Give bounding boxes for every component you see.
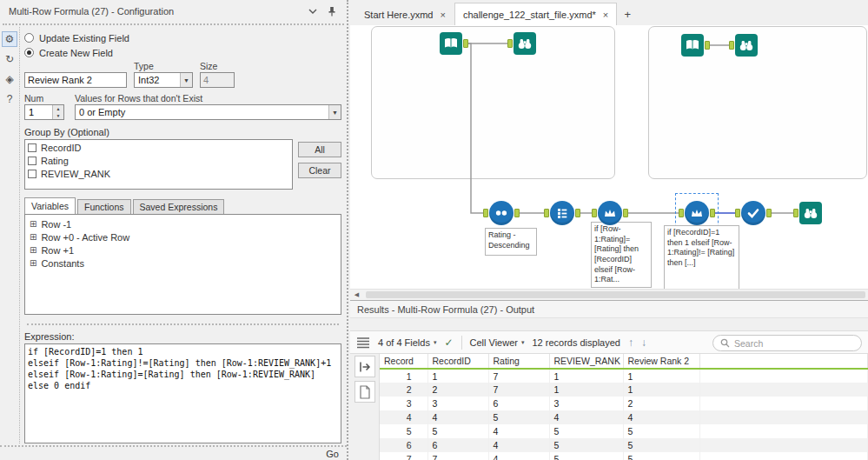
column-header[interactable]: Review Rank 2 bbox=[623, 354, 699, 369]
formula-annotation-2[interactable]: if [RecordID]=1 then 1 elseif [Row-1:Rat… bbox=[664, 225, 739, 293]
tab-challenge-file[interactable]: challenge_122_start_file.yxmd* × bbox=[454, 3, 617, 25]
tree-item-row-minus-1[interactable]: ⊞ Row -1 bbox=[30, 217, 336, 230]
num-rows-stepper[interactable]: ▲ ▼ bbox=[24, 104, 64, 120]
expression-editor[interactable]: if [RecordID]=1 then 1 elseif [Row-1:Rat… bbox=[24, 343, 341, 443]
spinner-up-icon[interactable]: ▲ bbox=[53, 105, 63, 112]
tree-item-row-plus-1[interactable]: ⊞ Row +1 bbox=[30, 243, 336, 257]
pin-icon[interactable] bbox=[326, 5, 338, 17]
browse-tool-3[interactable] bbox=[799, 202, 822, 224]
check-tool[interactable] bbox=[741, 201, 765, 225]
chevron-down-icon[interactable] bbox=[307, 5, 319, 17]
dropdown-caret-icon[interactable]: ▼ bbox=[180, 73, 192, 87]
input-anchor[interactable] bbox=[729, 41, 734, 50]
input-data-tool-2[interactable] bbox=[681, 34, 704, 57]
input-anchor[interactable] bbox=[793, 209, 798, 217]
output-anchor[interactable] bbox=[623, 209, 628, 217]
tab-variables[interactable]: Variables bbox=[24, 197, 76, 214]
field-name-input[interactable] bbox=[28, 75, 123, 85]
output-anchor[interactable] bbox=[514, 209, 520, 217]
variables-tree[interactable]: ⊞ Row -1 ⊞ Row +0 - Active Row ⊞ Row +1 … bbox=[24, 214, 341, 315]
gear-icon[interactable]: ⚙ bbox=[2, 31, 17, 47]
output-anchor[interactable] bbox=[463, 39, 468, 48]
group-by-item[interactable]: REVIEW_RANK bbox=[28, 167, 289, 180]
browse-tool-2[interactable] bbox=[735, 34, 758, 57]
num-rows-input[interactable] bbox=[25, 105, 52, 119]
browse-tool[interactable] bbox=[514, 32, 536, 55]
column-header[interactable]: REVIEW_RANK bbox=[549, 354, 623, 369]
column-header[interactable]: Rating bbox=[488, 354, 549, 369]
go-button[interactable]: Go bbox=[326, 449, 339, 459]
checkbox[interactable] bbox=[28, 143, 36, 152]
update-existing-field-option[interactable]: Update Existing Field bbox=[24, 30, 341, 45]
input-anchor[interactable] bbox=[507, 39, 513, 48]
multi-row-formula-tool-1[interactable] bbox=[598, 201, 622, 225]
new-tab-button[interactable]: + bbox=[617, 3, 638, 25]
table-row[interactable]: 55455 bbox=[380, 424, 868, 438]
input-anchor[interactable] bbox=[679, 209, 684, 217]
column-header[interactable]: Record bbox=[380, 354, 427, 369]
radio-button-selected[interactable] bbox=[24, 48, 34, 57]
canvas-horizontal-scrollbar[interactable]: ◀ bbox=[350, 289, 868, 300]
help-icon[interactable]: ? bbox=[2, 91, 17, 107]
output-anchor[interactable] bbox=[575, 209, 580, 217]
tab-start-here[interactable]: Start Here.yxmd × bbox=[355, 3, 454, 25]
input-anchor[interactable] bbox=[544, 209, 549, 217]
tab-saved-expressions[interactable]: Saved Expressions bbox=[133, 199, 225, 214]
expand-icon[interactable]: ⊞ bbox=[30, 246, 36, 255]
output-anchor[interactable] bbox=[766, 209, 772, 217]
tab-functions[interactable]: Functions bbox=[77, 199, 131, 214]
table-row[interactable]: 77455 bbox=[380, 452, 868, 460]
table-layout-icon[interactable] bbox=[356, 337, 370, 349]
scroll-left-icon[interactable]: ◀ bbox=[350, 290, 363, 300]
input-anchor[interactable] bbox=[735, 209, 740, 217]
metadata-view-icon[interactable] bbox=[354, 381, 375, 403]
output-anchor[interactable] bbox=[705, 41, 710, 50]
expand-icon[interactable]: ⊞ bbox=[30, 233, 36, 242]
sort-tool[interactable] bbox=[489, 201, 514, 225]
apply-checkmark-icon[interactable]: ✓ bbox=[444, 337, 453, 349]
expand-icon[interactable]: ⊞ bbox=[30, 259, 36, 268]
panel-drag-handle[interactable] bbox=[3, 23, 344, 26]
input-data-tool[interactable] bbox=[440, 32, 462, 55]
scrollbar-thumb[interactable] bbox=[366, 291, 865, 298]
input-anchor[interactable] bbox=[592, 209, 597, 217]
sort-annotation[interactable]: Rating - Descending bbox=[485, 228, 537, 256]
expand-icon[interactable]: ⊞ bbox=[30, 220, 36, 229]
workflow-canvas[interactable]: Rating - Descending if [Row-1:Rating]=[R… bbox=[350, 25, 868, 300]
spinner-down-icon[interactable]: ▼ bbox=[53, 112, 63, 119]
fields-dropdown[interactable]: 4 of 4 Fields ▾ bbox=[378, 337, 436, 348]
all-button[interactable]: All bbox=[298, 142, 341, 157]
dropdown-caret-icon[interactable]: ▼ bbox=[328, 105, 341, 119]
sync-icon[interactable]: ↻ bbox=[2, 51, 17, 67]
tag-icon[interactable]: ◈ bbox=[2, 71, 17, 87]
data-view-icon[interactable] bbox=[354, 356, 375, 377]
output-anchor[interactable] bbox=[710, 209, 715, 217]
section-divider[interactable] bbox=[27, 323, 339, 326]
clear-button[interactable]: Clear bbox=[298, 163, 341, 178]
table-row[interactable]: 44544 bbox=[380, 410, 868, 424]
group-by-item[interactable]: RecordID bbox=[28, 141, 289, 154]
table-row[interactable]: 66455 bbox=[380, 438, 868, 452]
multi-row-formula-tool-2[interactable] bbox=[685, 201, 709, 225]
results-table-container[interactable]: RecordRecordIDRatingREVIEW_RANKReview Ra… bbox=[379, 354, 868, 460]
search-box[interactable] bbox=[712, 335, 862, 351]
cell-viewer-dropdown[interactable]: Cell Viewer ▾ bbox=[470, 337, 525, 348]
tree-item-active-row[interactable]: ⊞ Row +0 - Active Row bbox=[30, 230, 336, 243]
close-icon[interactable]: × bbox=[603, 10, 608, 20]
type-dropdown[interactable]: Int32 ▼ bbox=[134, 72, 193, 88]
table-row[interactable]: 11711 bbox=[380, 369, 868, 383]
table-row[interactable]: 33632 bbox=[380, 397, 868, 410]
input-anchor[interactable] bbox=[483, 209, 488, 217]
group-by-list[interactable]: RecordID Rating REVIEW_RANK bbox=[24, 139, 293, 190]
record-id-tool[interactable] bbox=[550, 201, 574, 225]
down-arrow-icon[interactable]: ↓ bbox=[641, 337, 646, 349]
create-new-field-option[interactable]: Create New Field bbox=[24, 45, 341, 60]
radio-button[interactable] bbox=[24, 33, 34, 43]
group-by-item[interactable]: Rating bbox=[28, 154, 289, 167]
missing-values-dropdown[interactable]: 0 or Empty ▼ bbox=[75, 104, 341, 120]
checkbox[interactable] bbox=[28, 157, 36, 165]
search-input[interactable] bbox=[734, 338, 854, 349]
formula-annotation-1[interactable]: if [Row-1:Rating]=[Rating] then [RecordI… bbox=[591, 222, 652, 288]
checkbox[interactable] bbox=[28, 170, 36, 178]
table-row[interactable]: 22711 bbox=[380, 383, 868, 397]
